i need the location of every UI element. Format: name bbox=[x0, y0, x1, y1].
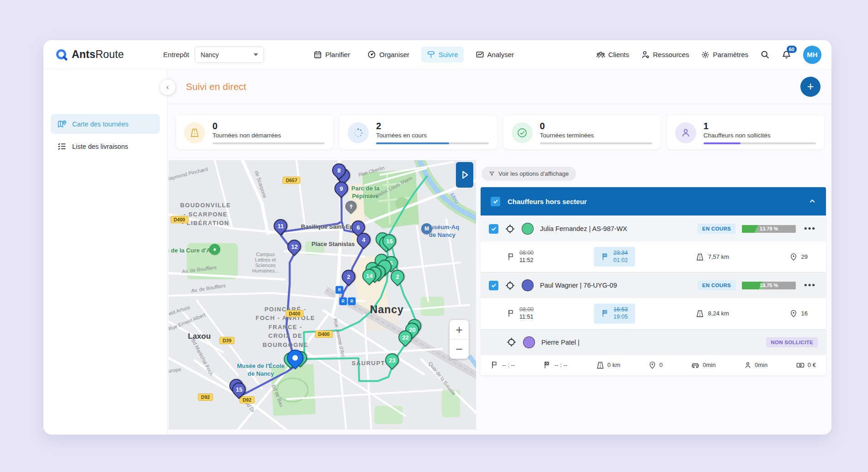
green-stop-marker-22[interactable]: 22 bbox=[398, 330, 412, 344]
row-menu-button[interactable]: ••• bbox=[802, 280, 818, 290]
tab-analyser[interactable]: Analyser bbox=[470, 47, 519, 63]
content-area: ‹ Suivi en direct + 0 Tournées non démar… bbox=[168, 69, 831, 435]
sidebar-item-label: Liste des livraisons bbox=[72, 143, 128, 150]
flag-icon bbox=[491, 361, 499, 369]
flag-icon bbox=[507, 252, 516, 261]
blue-stop-marker-15[interactable]: 15 bbox=[232, 383, 246, 396]
poi-museum-icon[interactable]: M bbox=[421, 223, 432, 234]
tab-planifier[interactable]: Planifier bbox=[308, 47, 355, 63]
menu-parametres[interactable]: Paramètres bbox=[701, 50, 748, 59]
menu-clients[interactable]: Clients bbox=[596, 50, 629, 59]
train-station-icon[interactable] bbox=[339, 298, 347, 305]
driver-progress-bar: 18.75 % bbox=[742, 282, 796, 289]
driver-color-dot bbox=[522, 279, 534, 291]
current-position-pin[interactable] bbox=[287, 350, 303, 366]
road-icon bbox=[184, 122, 205, 143]
driver-name: Pierre Patel | bbox=[541, 339, 760, 346]
app-logo[interactable]: AntsRoute bbox=[55, 48, 124, 61]
blue-stop-marker-2[interactable]: 2 bbox=[342, 270, 355, 283]
driver-row-paul: Paul Wagner | 76-UYG-09 EN COURS 18.75 %… bbox=[481, 272, 826, 329]
status-badge: EN COURS bbox=[698, 224, 736, 234]
train-station-icon[interactable] bbox=[348, 298, 356, 305]
start-time: 08:0011:52 bbox=[507, 250, 534, 264]
driver-checkbox[interactable] bbox=[489, 224, 498, 234]
group-checkbox[interactable] bbox=[491, 197, 500, 206]
menu-ressources[interactable]: Ressources bbox=[641, 50, 689, 59]
drivers-panel: Voir les options d'affichage Chauffeurs … bbox=[481, 160, 826, 430]
warehouse-select[interactable]: Nancy bbox=[195, 47, 264, 63]
flag-icon bbox=[507, 309, 516, 318]
distance: 0 km bbox=[596, 361, 620, 370]
zoom-in-button[interactable]: + bbox=[450, 320, 469, 339]
title-row: ‹ Suivi en direct + bbox=[168, 69, 831, 104]
green-stop-marker-14[interactable]: 14 bbox=[362, 269, 376, 283]
play-arrow-icon bbox=[460, 170, 470, 180]
zoom-out-button[interactable]: − bbox=[450, 340, 469, 359]
blue-stop-marker-8[interactable]: 8 bbox=[332, 163, 346, 177]
back-button[interactable]: ‹ bbox=[160, 79, 175, 95]
chevron-up-icon[interactable] bbox=[809, 198, 816, 205]
sidebar-item-liste-des-livraisons[interactable]: Liste des livraisons bbox=[51, 136, 160, 156]
start-time: 08:0011:51 bbox=[507, 306, 534, 320]
stops-count: 16 bbox=[789, 309, 808, 318]
green-stop-marker-2[interactable]: 2 bbox=[391, 270, 404, 283]
green-stop-marker-16[interactable]: 16 bbox=[382, 234, 396, 248]
stat-value: 0 bbox=[212, 121, 325, 131]
main-tabs: Planifier Organiser Suivre Analyser bbox=[308, 47, 519, 63]
display-options-button[interactable]: Voir les options d'affichage bbox=[482, 167, 576, 181]
chart-icon bbox=[476, 50, 484, 59]
stat-label: Tournées en cours bbox=[376, 132, 488, 139]
stat-label: Tournées terminées bbox=[540, 132, 652, 139]
stat-card-en-cours: 2 Tournées en cours bbox=[339, 115, 497, 149]
map-expand-button[interactable] bbox=[456, 162, 473, 188]
search-button[interactable] bbox=[760, 50, 770, 59]
stat-card-non-demarrees: 0 Tournées non démarrées bbox=[176, 115, 333, 149]
tab-suivre[interactable]: Suivre bbox=[421, 47, 464, 63]
notifications-button[interactable]: 60 bbox=[782, 50, 791, 59]
start-time: -- : -- bbox=[491, 361, 515, 369]
tab-organiser[interactable]: Organiser bbox=[362, 47, 415, 63]
train-station-icon[interactable] bbox=[335, 286, 343, 294]
search-icon bbox=[760, 50, 770, 59]
person-gear-icon bbox=[641, 50, 650, 59]
stops-count: 29 bbox=[789, 253, 808, 261]
app-window: AntsRoute Entrepôt Nancy Planifier Organ… bbox=[43, 40, 831, 435]
locate-icon[interactable] bbox=[506, 337, 517, 347]
stops-count: 0 bbox=[648, 361, 662, 369]
check-icon bbox=[491, 282, 497, 288]
row-menu-button[interactable]: ••• bbox=[802, 224, 818, 234]
stat-progress bbox=[376, 142, 449, 144]
locate-icon[interactable] bbox=[505, 280, 515, 291]
end-time: 23:3401:02 bbox=[594, 247, 635, 267]
stat-label: Chauffeurs non sollicités bbox=[704, 132, 816, 139]
blue-stop-marker-9[interactable]: 9 bbox=[334, 182, 348, 195]
blue-stop-marker-4[interactable]: 4 bbox=[357, 233, 370, 246]
avatar[interactable]: MH bbox=[803, 46, 821, 64]
map-pin-icon bbox=[57, 119, 67, 129]
map-zoom-control: + − bbox=[450, 320, 469, 359]
status-badge: NON SOLLICITE bbox=[766, 337, 818, 347]
topbar: AntsRoute Entrepôt Nancy Planifier Organ… bbox=[43, 40, 831, 69]
driver-name: Paul Wagner | 76-UYG-09 bbox=[540, 282, 691, 289]
check-icon bbox=[491, 226, 497, 232]
add-button[interactable]: + bbox=[800, 77, 820, 97]
map[interactable]: Raymond Pinchardde ScarponeRue OberlinVi… bbox=[169, 160, 476, 430]
blue-stop-marker-11[interactable]: 11 bbox=[274, 219, 287, 233]
locate-icon[interactable] bbox=[505, 224, 515, 234]
driver-color-dot bbox=[523, 336, 535, 348]
blue-stop-marker-12[interactable]: 12 bbox=[287, 240, 301, 253]
sidebar: Carte des tournées Liste des livraisons bbox=[43, 69, 168, 435]
group-header-chauffeurs-hors-secteur[interactable]: Chauffeurs hors secteur bbox=[481, 187, 826, 215]
person-icon bbox=[675, 122, 696, 143]
end-time: -- : -- bbox=[543, 361, 567, 369]
green-stop-marker-23[interactable]: 23 bbox=[385, 353, 399, 367]
stat-label: Tournées non démarrées bbox=[212, 132, 325, 139]
driver-checkbox[interactable] bbox=[489, 281, 498, 290]
church-poi-icon[interactable]: ✝ bbox=[345, 201, 357, 213]
pin-icon bbox=[789, 309, 798, 318]
poi-tree-icon[interactable]: ♠ bbox=[209, 244, 220, 255]
sidebar-item-carte-des-tournees[interactable]: Carte des tournées bbox=[51, 114, 160, 134]
spinner-icon bbox=[348, 122, 369, 143]
blue-stop-marker-6[interactable]: 6 bbox=[351, 220, 365, 234]
end-time: 16:5319:05 bbox=[594, 304, 635, 323]
